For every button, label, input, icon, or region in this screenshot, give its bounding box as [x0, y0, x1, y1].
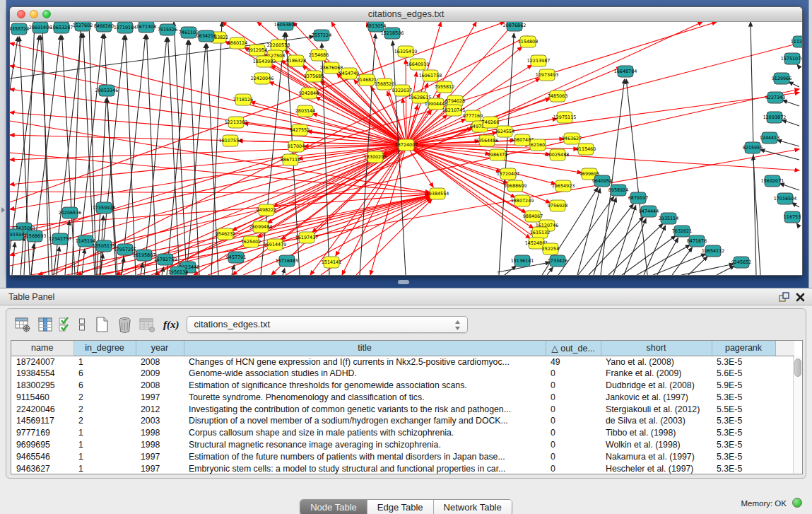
- cell-out_degree[interactable]: 0: [546, 380, 601, 392]
- network-canvas[interactable]: 2226055891275082154686818632833756852367…: [10, 22, 802, 275]
- network-node[interactable]: 15218506: [381, 28, 404, 39]
- cell-title[interactable]: Embryonic stem cells: a model to study s…: [184, 462, 546, 474]
- network-node[interactable]: 7515526: [158, 24, 177, 35]
- network-node[interactable]: 1615132: [530, 227, 550, 238]
- table-mode-settings-icon[interactable]: [13, 315, 32, 334]
- network-node[interactable]: 9474444: [639, 206, 659, 217]
- cell-year[interactable]: 1997: [136, 450, 184, 462]
- cell-year[interactable]: 1997: [136, 462, 184, 474]
- panel-collapse-arrow-icon[interactable]: [1, 207, 5, 213]
- table-chooser-combobox[interactable]: citations_edges.txt: [187, 316, 468, 333]
- new-column-icon[interactable]: [93, 315, 111, 334]
- cell-out_degree[interactable]: 0: [546, 450, 601, 462]
- memory-status-indicator[interactable]: [792, 498, 802, 508]
- network-node[interactable]: 4355724: [10, 23, 29, 35]
- network-node[interactable]: 7625402: [241, 236, 261, 247]
- cell-year[interactable]: 1998: [136, 427, 184, 439]
- network-node[interactable]: 1244413: [760, 132, 779, 144]
- table-row[interactable]: 1456911722003Disruption of a novel membe…: [11, 415, 794, 427]
- network-node[interactable]: 8867110: [281, 154, 300, 165]
- cell-out_degree[interactable]: 0: [546, 391, 601, 403]
- network-node[interactable]: 9227343: [765, 92, 785, 103]
- network-node[interactable]: 9457791: [226, 252, 246, 263]
- column-header-5[interactable]: short: [601, 341, 712, 356]
- network-node[interactable]: 2803144: [295, 105, 315, 117]
- network-node[interactable]: 16648784: [614, 66, 637, 77]
- column-header-2[interactable]: year: [136, 341, 184, 356]
- network-node[interactable]: 20206536: [59, 207, 82, 218]
- network-node[interactable]: 16053809: [274, 22, 298, 30]
- cell-title[interactable]: Disruption of a novel member of a sodium…: [184, 415, 546, 427]
- network-node[interactable]: 2154686: [309, 49, 329, 61]
- table-row[interactable]: 946554611997Estimation of the future num…: [11, 450, 794, 462]
- cell-pagerank[interactable]: 5.3E-5: [712, 439, 775, 451]
- select-all-rows-icon[interactable]: [59, 315, 71, 334]
- table-row[interactable]: 911546021997Tourette syndrome. Phenomeno…: [11, 391, 794, 403]
- cell-name[interactable]: 18724007: [11, 356, 73, 368]
- cell-out_degree[interactable]: 0: [546, 462, 601, 474]
- cell-pagerank[interactable]: 5.3E-5: [712, 415, 775, 427]
- network-node[interactable]: 15716485: [276, 255, 299, 267]
- table-row[interactable]: 1830029562008Estimation of significance …: [11, 380, 794, 392]
- cell-short[interactable]: Dudbridge et al. (2008): [601, 380, 712, 392]
- cell-name[interactable]: 9465546: [11, 450, 73, 462]
- table-row[interactable]: 1872400712008Changes of HCN gene express…: [11, 356, 794, 368]
- cell-name[interactable]: 9699695: [11, 439, 73, 451]
- network-node[interactable]: 7955812: [435, 81, 454, 93]
- close-panel-icon[interactable]: [795, 292, 806, 303]
- cell-year[interactable]: 2012: [136, 403, 184, 415]
- cell-out_degree[interactable]: 0: [546, 368, 601, 380]
- network-node[interactable]: 9634216: [196, 30, 216, 42]
- cell-name[interactable]: 9463627: [11, 462, 73, 474]
- cell-in_degree[interactable]: 1: [73, 427, 136, 439]
- cell-name[interactable]: 9115460: [11, 391, 73, 403]
- table-row[interactable]: 1938455462009Genome-wide association stu…: [11, 368, 794, 380]
- cell-in_degree[interactable]: 1: [73, 462, 136, 474]
- zoom-traffic-light[interactable]: [42, 10, 51, 18]
- table-scrollbar[interactable]: [793, 356, 802, 474]
- cell-out_degree[interactable]: 0: [546, 427, 601, 439]
- cell-in_degree[interactable]: 2: [73, 403, 136, 415]
- cell-in_degree[interactable]: 6: [73, 380, 136, 392]
- row-height-icon[interactable]: [76, 315, 88, 334]
- close-traffic-light[interactable]: [17, 10, 25, 18]
- cell-short[interactable]: Stergiakouli et al. (2012): [601, 403, 712, 415]
- split-pane-handle[interactable]: [398, 280, 409, 284]
- import-table-icon[interactable]: [138, 315, 156, 334]
- network-node[interactable]: 1956134: [168, 267, 188, 275]
- cell-title[interactable]: Estimation of significance thresholds fo…: [184, 380, 546, 392]
- table-row[interactable]: 2242004622012Investigating the contribut…: [11, 403, 794, 415]
- cell-name[interactable]: 19384554: [11, 368, 73, 380]
- cell-short[interactable]: Hescheler et al. (1997): [601, 462, 712, 474]
- table-row[interactable]: 969969511998Structural magnetic resonanc…: [11, 439, 794, 451]
- tab-network-table[interactable]: Network Table: [433, 500, 512, 514]
- network-node[interactable]: 6879197: [628, 192, 648, 204]
- cell-in_degree[interactable]: 6: [73, 368, 136, 380]
- table-row[interactable]: 946362711997Embryonic stem cells: a mode…: [11, 462, 794, 474]
- minimize-traffic-light[interactable]: [30, 10, 38, 18]
- cell-year[interactable]: 2003: [136, 415, 184, 427]
- network-node[interactable]: 16782759: [154, 254, 177, 265]
- network-node[interactable]: 917004: [288, 141, 305, 152]
- show-column-icon[interactable]: [36, 315, 54, 334]
- column-header-6[interactable]: pagerank: [712, 341, 775, 356]
- tab-edge-table[interactable]: Edge Table: [367, 500, 433, 514]
- network-node[interactable]: 12093872: [763, 112, 787, 123]
- network-node[interactable]: 62160: [530, 139, 546, 151]
- network-node[interactable]: 10654112: [702, 245, 725, 257]
- delete-column-icon[interactable]: [115, 315, 134, 334]
- network-node[interactable]: 9546232: [216, 228, 235, 240]
- cell-title[interactable]: Corpus callosum shape and size in male p…: [184, 427, 546, 439]
- network-node[interactable]: 7557224: [312, 30, 331, 41]
- network-node[interactable]: 13505135: [93, 240, 116, 252]
- cell-out_degree[interactable]: 0: [546, 403, 601, 415]
- column-header-0[interactable]: name: [11, 341, 73, 356]
- cell-short[interactable]: Jankovic et al. (1997): [601, 391, 712, 403]
- cell-short[interactable]: Tibbo et al. (1998): [601, 427, 712, 439]
- network-node[interactable]: 17359928: [93, 202, 116, 214]
- cell-in_degree[interactable]: 1: [73, 439, 136, 451]
- cell-title[interactable]: Changes of HCN gene expression and I(f) …: [184, 356, 546, 368]
- cell-title[interactable]: Tourette syndrome. Phenomenology and cla…: [184, 391, 546, 403]
- network-node[interactable]: 8466160: [94, 22, 114, 32]
- cell-year[interactable]: 2008: [136, 356, 184, 368]
